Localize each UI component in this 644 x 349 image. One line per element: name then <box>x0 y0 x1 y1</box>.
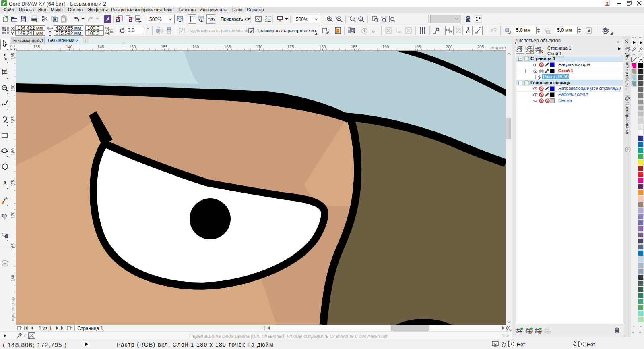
svg-text:ab: ab <box>398 30 401 33</box>
svg-text:A: A <box>3 180 7 186</box>
svg-text:PDF: PDF <box>136 18 140 20</box>
